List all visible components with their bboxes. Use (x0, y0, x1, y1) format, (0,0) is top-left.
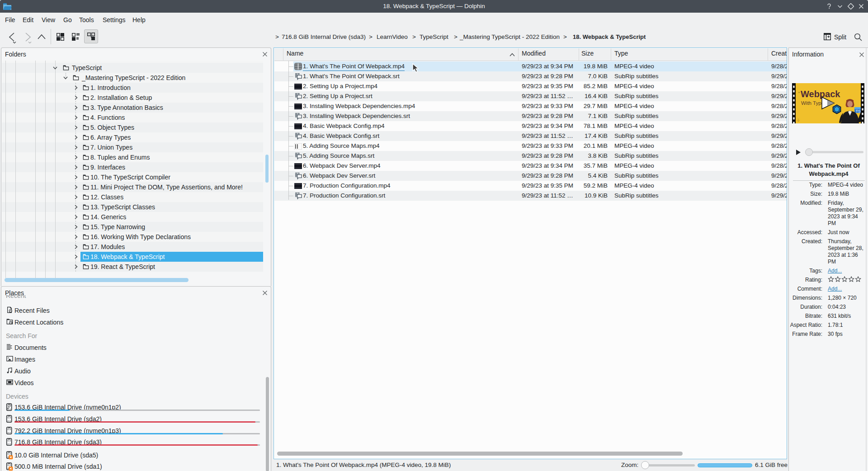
svg-text:TS: TS (856, 109, 861, 113)
svg-text:Webpack: Webpack (801, 89, 840, 99)
